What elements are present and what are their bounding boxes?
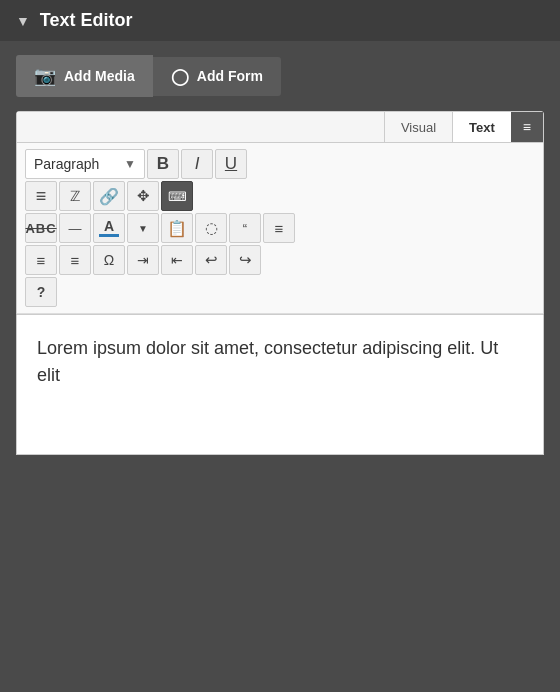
tab-options-icon[interactable]: ≡ [511, 112, 543, 142]
add-form-button[interactable]: ◯ Add Form [153, 57, 281, 96]
blockquote-button[interactable]: “ [229, 213, 261, 243]
toolbar-row-4: ≡ ≡ Ω ⇥ ⇤ ↩ ↪ [25, 245, 535, 275]
paragraph-label: Paragraph [34, 156, 99, 172]
strikethrough-icon: ABC [25, 221, 56, 236]
link-button[interactable]: 🔗 [93, 181, 125, 211]
panel-title: Text Editor [40, 10, 133, 31]
align-right-button[interactable]: ≡ [263, 213, 295, 243]
underline-button[interactable]: U [215, 149, 247, 179]
fullscreen-button[interactable]: ✥ [127, 181, 159, 211]
text-color-button[interactable]: A [93, 213, 125, 243]
help-button[interactable]: ? [25, 277, 57, 307]
tab-visual[interactable]: Visual [384, 112, 452, 142]
color-dropdown-button[interactable]: ▼ [127, 213, 159, 243]
align-center-button[interactable]: ≡ [59, 245, 91, 275]
indent-button[interactable]: ⇥ [127, 245, 159, 275]
bold-button[interactable]: B [147, 149, 179, 179]
collapse-chevron-icon[interactable]: ▼ [16, 13, 30, 29]
align-left-button[interactable]: ≡ [25, 245, 57, 275]
paste-as-text-button[interactable]: 📋 [161, 213, 193, 243]
toolbar-area: Visual Text ≡ Paragraph ▼ B I U ≡ ℤ 🔗 ✥ … [16, 111, 544, 315]
action-buttons-row: 📷 Add Media ◯ Add Form [0, 41, 560, 97]
toolbar-row-1: Paragraph ▼ B I U [25, 149, 535, 179]
editor-tab-row: Visual Text ≡ [17, 112, 543, 143]
editor-content[interactable]: Lorem ipsum dolor sit amet, consectetur … [16, 315, 544, 455]
toolbar-row-3: ABC — A ▼ 📋 ◌ “ ≡ [25, 213, 535, 243]
unordered-list-button[interactable]: ≡ [25, 181, 57, 211]
header: ▼ Text Editor [0, 0, 560, 41]
toolbar-inner: Paragraph ▼ B I U ≡ ℤ 🔗 ✥ ⌨ ABC — A [17, 143, 543, 314]
add-form-label: Add Form [197, 68, 263, 84]
form-icon: ◯ [171, 67, 189, 86]
tab-text[interactable]: Text [452, 112, 511, 142]
paragraph-select[interactable]: Paragraph ▼ [25, 149, 145, 179]
color-bar [99, 234, 119, 237]
ordered-list-button[interactable]: ℤ [59, 181, 91, 211]
strikethrough-button[interactable]: ABC [25, 213, 57, 243]
horizontal-rule-button[interactable]: — [59, 213, 91, 243]
outdent-button[interactable]: ⇤ [161, 245, 193, 275]
undo-button[interactable]: ↩ [195, 245, 227, 275]
editor-text: Lorem ipsum dolor sit amet, consectetur … [37, 338, 498, 385]
dropdown-arrow-icon: ▼ [124, 157, 136, 171]
camera-icon: 📷 [34, 65, 56, 87]
special-char-button[interactable]: Ω [93, 245, 125, 275]
toolbar-row-2: ≡ ℤ 🔗 ✥ ⌨ [25, 181, 535, 211]
clear-formatting-button[interactable]: ◌ [195, 213, 227, 243]
text-color-a-icon: A [104, 219, 114, 233]
toolbar-row-5: ? [25, 277, 535, 307]
add-media-label: Add Media [64, 68, 135, 84]
kitchen-sink-button[interactable]: ⌨ [161, 181, 193, 211]
italic-button[interactable]: I [181, 149, 213, 179]
add-media-button[interactable]: 📷 Add Media [16, 55, 153, 97]
color-a-wrap: A [99, 219, 119, 237]
redo-button[interactable]: ↪ [229, 245, 261, 275]
